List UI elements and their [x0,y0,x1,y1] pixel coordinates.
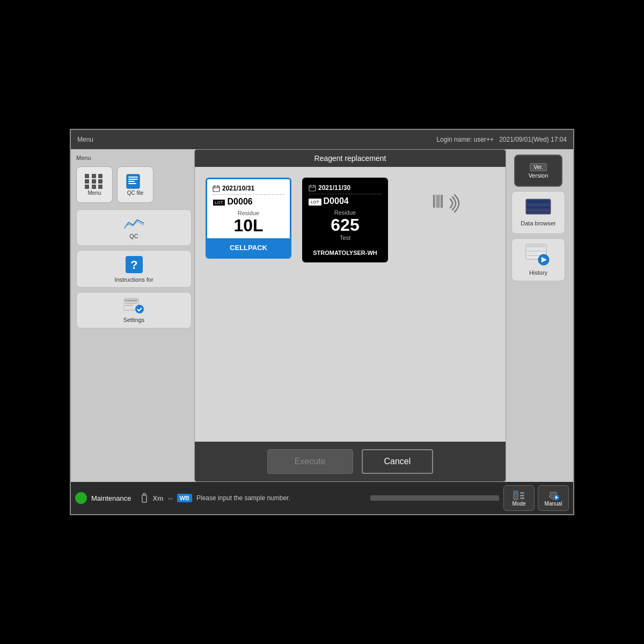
svg-rect-45 [520,495,524,496]
reagent-replacement-modal: Reagent replacement 2021/10/31 LOT D0006 [194,149,506,482]
mode-icon [513,490,525,501]
instructions-sidebar-item[interactable]: ? Instructions for [76,250,192,288]
cellpack-name: CELLPACK [207,238,290,257]
bottle-icon [140,493,149,503]
reagent-card-cellpack[interactable]: 2021/10/31 LOT D0006 Residue 10L CELLPAC… [206,178,291,259]
sample-input-bar [370,495,499,501]
svg-rect-23 [440,195,441,208]
version-button[interactable]: Ver. Version [514,155,562,187]
residue-unit-2: Test [309,235,382,241]
cellpack-top: 2021/10/31 LOT D0006 Residue 10L [207,179,290,238]
lot-badge-2: LOT [309,199,321,206]
svg-rect-36 [527,253,538,254]
left-sidebar: Menu Menu [71,149,197,482]
version-badge: Ver. [530,163,546,171]
svg-rect-12 [213,186,219,192]
svg-rect-29 [527,209,550,211]
manual-icon [547,490,560,501]
scan-rf-icon [432,188,462,218]
lot-number-1: D0006 [228,197,253,207]
manual-button[interactable]: Manual [538,485,569,511]
wave-icon: ↔ [167,494,174,502]
execute-button[interactable]: Execute [267,449,353,474]
modal-overlay: Reagent replacement 2021/10/31 LOT D0006 [194,149,506,482]
databrowser-item[interactable]: Data browser [511,191,565,234]
wb-badge: WB [177,494,192,502]
databrowser-label: Data browser [521,220,555,226]
datetime: Login name: user++ 2021/09/01(Wed) 17:04 [436,136,567,143]
status-indicator [75,492,87,504]
residue-value-1: 10L [213,216,284,235]
svg-rect-40 [142,495,147,502]
svg-rect-10 [125,305,133,306]
version-label: Version [529,172,548,179]
qcfile-btn-label: QC file [127,190,144,196]
svg-rect-24 [441,195,443,208]
svg-rect-27 [527,204,550,206]
history-item[interactable]: History [511,238,565,281]
settings-sidebar-item[interactable]: Settings [76,292,192,328]
qc-sidebar-item[interactable]: QC [76,209,192,246]
qc-label: QC [129,233,138,239]
settings-label: Settings [123,317,145,323]
stromatolyser-date: 2021/11/30 [309,184,382,194]
residue-value-2: 625 [309,216,382,235]
svg-rect-44 [520,492,524,494]
mode-label: Mode [512,501,525,507]
svg-rect-20 [433,195,435,208]
svg-rect-4 [128,183,136,184]
xm-icon: Xm [152,494,163,502]
qcfile-icon [126,174,145,189]
maintenance-label: Maintenance [91,494,131,502]
svg-rect-3 [128,181,135,182]
modal-title: Reagent replacement [195,150,506,167]
cellpack-date: 2021/10/31 [213,185,284,195]
right-sidebar: Ver. Version Data browser [503,149,573,482]
svg-rect-8 [125,299,137,302]
svg-rect-26 [527,200,550,203]
status-bar: Maintenance Xm ↔ WB Please input the sam… [71,482,573,514]
lot-number-2: D0004 [324,196,349,206]
svg-rect-33 [527,245,545,247]
qcfile-button[interactable]: QC file [117,166,153,203]
status-icons: Xm ↔ WB [140,493,192,503]
lot-badge-1: LOT [213,199,225,206]
svg-point-43 [515,492,517,494]
svg-rect-1 [128,177,138,178]
history-label: History [529,269,547,276]
svg-rect-41 [143,493,145,495]
menu-btn-label: Menu [87,190,101,196]
right-status-buttons: Mode Manual [503,485,569,511]
instructions-label: Instructions for [114,276,153,283]
reagent-card-stromatolyser[interactable]: 2021/11/30 LOT D0004 Residue 625 Test ST… [302,178,388,262]
stromatolyser-top: 2021/11/30 LOT D0004 Residue 625 Test [303,179,387,244]
status-message: Please input the sample number. [196,494,366,502]
menu-button[interactable]: Menu [76,166,113,203]
main-area: Menu Menu [71,149,573,482]
modal-footer: Execute Cancel [195,442,506,481]
svg-point-11 [135,305,144,313]
svg-rect-16 [309,186,316,191]
svg-rect-21 [436,195,437,208]
top-icons-row: Menu QC file [76,166,192,203]
svg-rect-22 [437,195,439,208]
svg-rect-2 [128,179,138,180]
svg-rect-28 [527,207,550,208]
manual-label: Manual [545,501,562,507]
stromatolyser-name: STROMATOLYSER-WH [303,244,387,261]
cancel-button[interactable]: Cancel [362,449,434,474]
menu-text: Menu [76,155,192,161]
svg-rect-46 [520,497,524,499]
top-bar: Menu Login name: user++ 2021/09/01(Wed) … [71,130,573,149]
svg-text:?: ? [130,258,137,272]
svg-rect-35 [527,251,545,252]
svg-rect-34 [527,248,545,250]
scan-icon-area [399,178,495,218]
menu-label: Menu [77,136,93,143]
mode-button[interactable]: Mode [503,485,535,511]
svg-rect-9 [125,303,137,304]
modal-body: 2021/10/31 LOT D0006 Residue 10L CELLPAC… [195,167,506,442]
menu-icon [85,174,104,189]
